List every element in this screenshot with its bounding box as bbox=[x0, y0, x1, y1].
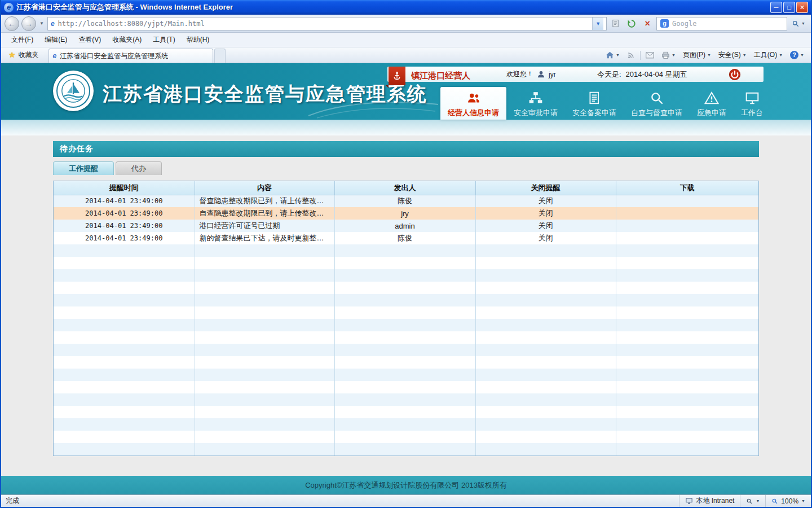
empty-cell bbox=[195, 269, 334, 282]
menu-tools[interactable]: 工具(T) bbox=[147, 33, 180, 47]
cell-close: 关闭 bbox=[475, 232, 616, 244]
cell-download bbox=[616, 195, 758, 207]
search-dropdown-icon[interactable]: ▼ bbox=[801, 21, 805, 25]
feeds-button[interactable] bbox=[624, 50, 638, 61]
ie-logo-icon: e bbox=[4, 3, 14, 12]
url-dropdown-icon[interactable]: ▼ bbox=[592, 17, 603, 30]
refresh-button[interactable] bbox=[625, 17, 638, 30]
menu-view[interactable]: 查看(V) bbox=[73, 33, 107, 47]
empty-cell bbox=[195, 257, 334, 269]
empty-row bbox=[54, 393, 758, 406]
print-dropdown-icon[interactable]: ▼ bbox=[672, 53, 676, 57]
favorites-button[interactable]: ★ 收藏夹 bbox=[3, 48, 44, 62]
task-row[interactable]: 2014-04-01 23:49:00港口经营许可证号已过期admin关闭 bbox=[54, 220, 758, 232]
help-button[interactable]: ? ▼ bbox=[787, 49, 807, 61]
empty-cell bbox=[334, 344, 475, 356]
header-user-strip: 镇江港口经营人 欢迎您！ jyr 今天是: 2014-04-04 星期五 bbox=[387, 67, 764, 82]
menu-file[interactable]: 文件(F) bbox=[6, 33, 39, 47]
logout-button[interactable] bbox=[729, 68, 741, 81]
empty-row bbox=[54, 257, 758, 269]
tools-menu-button[interactable]: 工具(O) ▼ bbox=[751, 49, 786, 62]
task-table-body: 2014-04-01 23:49:00督查隐患整改期限已到，请上传整改结果…陈俊… bbox=[54, 195, 758, 456]
tab-favicon: e bbox=[53, 52, 57, 60]
back-button[interactable]: ← bbox=[5, 16, 19, 31]
menu-edit[interactable]: 编辑(E) bbox=[39, 33, 73, 47]
new-tab-button[interactable] bbox=[214, 49, 226, 63]
intranet-icon bbox=[685, 497, 693, 505]
compatibility-view-button[interactable] bbox=[609, 17, 623, 30]
search-placeholder-text[interactable]: Google bbox=[672, 20, 783, 28]
empty-cell bbox=[475, 443, 616, 456]
zoom-icon bbox=[771, 498, 778, 505]
nav-emergency[interactable]: 应急申请 bbox=[690, 87, 734, 120]
forward-button[interactable]: → bbox=[21, 16, 36, 31]
protected-mode-button[interactable]: ▼ bbox=[740, 495, 765, 507]
date-group: 今天是: 2014-04-04 星期五 bbox=[597, 69, 687, 80]
empty-cell bbox=[616, 356, 758, 369]
minimize-button[interactable]: ─ bbox=[770, 2, 782, 13]
empty-cell bbox=[616, 331, 758, 344]
col-header-sender: 发出人 bbox=[334, 181, 475, 195]
main-content: 待办任务 工作提醒 代办 提醒时间 内容 发出人 关闭提醒 下载 bbox=[1, 135, 811, 476]
empty-cell bbox=[334, 356, 475, 369]
empty-row bbox=[54, 344, 758, 356]
browser-window: e 江苏省港口安全监管与应急管理系统 - Windows Internet Ex… bbox=[0, 0, 812, 508]
page-menu-button[interactable]: 页面(P) ▼ bbox=[679, 49, 714, 62]
cell-content: 自查隐患整改期限已到，请上传整改结果… bbox=[195, 207, 334, 220]
task-row[interactable]: 2014-04-01 23:49:00自查隐患整改期限已到，请上传整改结果…jr… bbox=[54, 207, 758, 220]
task-row[interactable]: 2014-04-01 23:49:00督查隐患整改期限已到，请上传整改结果…陈俊… bbox=[54, 195, 758, 207]
stop-button[interactable]: × bbox=[641, 17, 654, 30]
nav-operator-info[interactable]: 经营人信息申请 bbox=[440, 87, 506, 120]
empty-cell bbox=[616, 369, 758, 381]
nav-safety-approval[interactable]: 安全审批申请 bbox=[506, 87, 565, 120]
close-button[interactable]: ✕ bbox=[796, 2, 808, 13]
safety-menu-dropdown-icon: ▼ bbox=[743, 53, 747, 57]
search-submit-button[interactable]: ▼ bbox=[789, 20, 807, 28]
empty-cell bbox=[334, 244, 475, 257]
empty-cell bbox=[334, 418, 475, 431]
close-reminder-link[interactable]: 关闭 bbox=[539, 234, 553, 242]
address-bar: ← → ▼ e http://localhost:8080/yjpt/Main.… bbox=[1, 15, 811, 33]
task-table-wrap: 提醒时间 内容 发出人 关闭提醒 下载 2014-04-01 23:49:00督… bbox=[53, 181, 759, 456]
mail-button[interactable] bbox=[642, 50, 657, 60]
nav-workbench[interactable]: 工作台 bbox=[734, 87, 770, 120]
cell-reminder-time: 2014-04-01 23:49:00 bbox=[54, 232, 195, 244]
browser-tab[interactable]: e 江苏省港口安全监管与应急管理系统 bbox=[48, 49, 213, 63]
tab-pending[interactable]: 代办 bbox=[116, 161, 162, 175]
nav-label: 安全备案申请 bbox=[572, 108, 616, 118]
url-text[interactable]: http://localhost:8080/yjpt/Main.html bbox=[58, 20, 589, 28]
nav-safety-record[interactable]: 安全备案申请 bbox=[565, 87, 624, 120]
menu-favorites[interactable]: 收藏夹(A) bbox=[107, 33, 147, 47]
empty-cell bbox=[616, 431, 758, 443]
maximize-button[interactable]: □ bbox=[783, 2, 795, 13]
close-reminder-link[interactable]: 关闭 bbox=[539, 221, 553, 230]
task-row[interactable]: 2014-04-01 23:49:00新的督查结果已下达，请及时更新整改结果陈俊… bbox=[54, 232, 758, 244]
zoom-control[interactable]: 100% ▼ bbox=[765, 495, 811, 507]
empty-cell bbox=[475, 306, 616, 319]
empty-row bbox=[54, 431, 758, 443]
header-sub-strip bbox=[1, 120, 811, 135]
close-reminder-link[interactable]: 关闭 bbox=[539, 196, 553, 205]
home-button[interactable]: ▼ bbox=[602, 49, 623, 61]
empty-cell bbox=[195, 418, 334, 431]
cell-sender: jry bbox=[334, 207, 475, 220]
empty-row bbox=[54, 356, 758, 369]
safety-menu-button[interactable]: 安全(S) ▼ bbox=[715, 49, 750, 62]
close-reminder-link[interactable]: 关闭 bbox=[539, 209, 553, 217]
home-dropdown-icon[interactable]: ▼ bbox=[616, 53, 620, 57]
empty-cell bbox=[475, 418, 616, 431]
menu-help[interactable]: 帮助(H) bbox=[181, 33, 215, 47]
empty-cell bbox=[54, 306, 195, 319]
history-dropdown-icon[interactable]: ▼ bbox=[38, 21, 45, 26]
nav-self-inspection[interactable]: 自查与督查申请 bbox=[624, 87, 690, 120]
command-bar-separator bbox=[640, 51, 641, 60]
page-menu-label: 页面(P) bbox=[683, 50, 705, 60]
help-icon: ? bbox=[790, 51, 798, 59]
empty-cell bbox=[334, 282, 475, 294]
empty-cell bbox=[54, 393, 195, 406]
tab-work-reminder[interactable]: 工作提醒 bbox=[53, 161, 114, 175]
url-field[interactable]: e http://localhost:8080/yjpt/Main.html ▼ bbox=[47, 17, 607, 30]
print-button[interactable]: ▼ bbox=[658, 50, 679, 61]
empty-cell bbox=[616, 257, 758, 269]
search-input[interactable]: g Google bbox=[656, 17, 787, 30]
